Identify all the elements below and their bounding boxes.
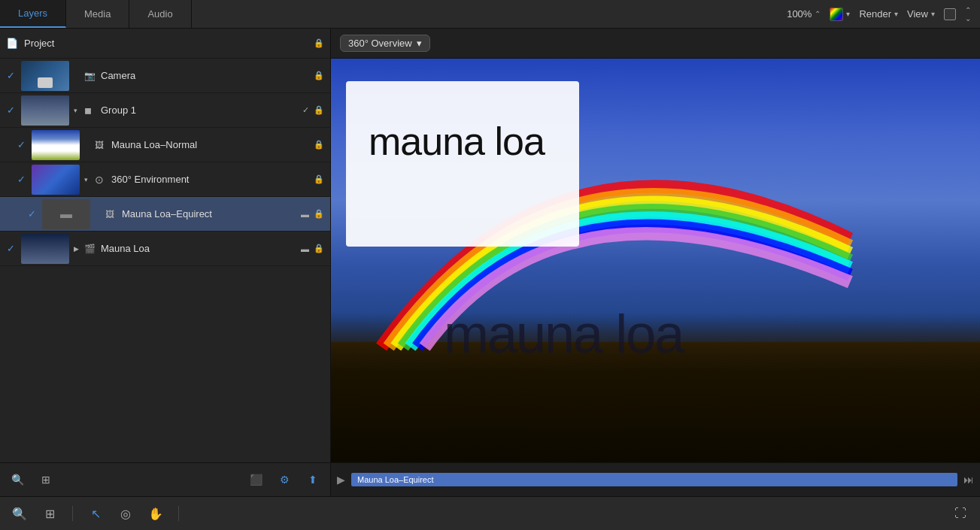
equirect-lock: 🔒 — [314, 209, 324, 219]
env-name: 360° Environment — [111, 174, 309, 185]
equirect-visibility[interactable]: ✓ — [21, 208, 42, 220]
mauna-normal-icon: 🖼 — [95, 140, 108, 150]
layer-row-equirect[interactable]: ✓ 🖼 Mauna Loa–Equirect ▬ 🔒 — [0, 197, 330, 232]
equirect-extra: ▬ — [301, 210, 309, 219]
group1-thumbnail — [21, 95, 69, 126]
equirect-icon: 🖼 — [105, 209, 119, 220]
mauna-loa-thumbnail — [21, 234, 69, 264]
canvas-area: 360° Overview ▾ — [331, 29, 980, 496]
camera-thumbnail — [21, 61, 69, 91]
timeline-track[interactable]: Mauna Loa–Equirect — [351, 473, 957, 486]
layer-row-env[interactable]: ✓ ▾ ⊙ 360° Environment 🔒 — [0, 162, 330, 197]
render-control[interactable]: Render ▾ — [859, 8, 898, 20]
display-checkbox[interactable] — [944, 8, 956, 20]
env-thumbnail — [32, 165, 80, 195]
camera-icon: 📷 — [84, 71, 98, 81]
project-lock-icon: 🔒 — [314, 38, 324, 48]
tool-separator-2 — [178, 506, 179, 521]
env-lock: 🔒 — [314, 174, 324, 184]
mauna-loa-lock: 🔒 — [314, 244, 324, 253]
group1-lock: 🔒 — [314, 105, 324, 115]
equirect-name: Mauna Loa–Equirect — [122, 208, 298, 220]
group1-visibility[interactable]: ✓ — [0, 104, 21, 116]
tab-group: Layers Media Audio — [0, 0, 192, 28]
mauna-loa-visibility[interactable]: ✓ — [0, 243, 21, 254]
group1-extra1: ✓ — [302, 105, 309, 115]
mauna-loa-extra: ▬ — [301, 244, 309, 253]
zoom-control[interactable]: 100% ⌃ — [787, 8, 821, 20]
canvas-toolbar: 360° Overview ▾ — [331, 29, 980, 59]
export-btn[interactable]: ⬆ — [305, 471, 321, 488]
view-chevron: ▾ — [931, 10, 935, 18]
mauna-loa-text-white: mauna loa — [369, 119, 545, 164]
hand-tool-btn[interactable]: ✋ — [145, 503, 166, 524]
color-swatch — [830, 8, 843, 21]
tab-media[interactable]: Media — [66, 0, 129, 28]
mauna-normal-thumbnail — [32, 130, 80, 160]
project-icon: 📄 — [6, 38, 18, 49]
env-icon: ⊙ — [95, 174, 108, 186]
top-bar: Layers Media Audio 100% ⌃ ▾ Render ▾ Vie… — [0, 0, 980, 29]
layer-row-camera[interactable]: ✓ 📷 Camera 🔒 — [0, 59, 330, 93]
layer-row-mauna-loa[interactable]: ✓ ▶ 🎬 Mauna Loa ▬ 🔒 — [0, 232, 330, 266]
layers-bottom-bar: 🔍 ⊞ ⬛ ⚙ ⬆ — [0, 462, 330, 496]
group1-icon: ◼ — [84, 105, 98, 116]
settings-btn[interactable]: ⚙ — [276, 471, 293, 488]
top-bar-controls: 100% ⌃ ▾ Render ▾ View ▾ ⌃⌄ — [787, 6, 980, 23]
display-chevron: ⌃⌄ — [965, 6, 971, 23]
view-dropdown[interactable]: 360° Overview ▾ — [340, 35, 430, 52]
mauna-normal-name: Mauna Loa–Normal — [111, 139, 309, 150]
tool-separator-1 — [72, 506, 73, 521]
group1-name: Group 1 — [101, 104, 299, 116]
timeline-end-btn[interactable]: ⏭ — [963, 474, 974, 486]
mauna-loa-icon: 🎬 — [84, 244, 98, 254]
global-bottom-bar: 🔍 ⊞ ↖ ◎ ✋ ⛶ — [0, 496, 980, 530]
mauna-normal-visibility[interactable]: ✓ — [11, 139, 32, 150]
layers-spacer — [0, 266, 330, 462]
camera-name: Camera — [101, 70, 309, 81]
equirect-thumbnail — [42, 199, 90, 229]
group1-expand[interactable]: ▾ — [74, 107, 84, 114]
tab-layers[interactable]: Layers — [0, 0, 66, 28]
tab-audio[interactable]: Audio — [129, 0, 191, 28]
expand-tool-btn[interactable]: ⛶ — [950, 503, 971, 524]
zoom-chevron: ⌃ — [815, 10, 821, 18]
color-chevron: ▾ — [846, 10, 850, 18]
timeline-track-label: Mauna Loa–Equirect — [357, 475, 434, 484]
playhead-icon[interactable]: ▶ — [337, 474, 345, 486]
canvas-viewport: mauna loa mauna loa — [331, 59, 980, 462]
layout-tool-btn[interactable]: ⊞ — [39, 503, 60, 524]
view-control[interactable]: View ▾ — [907, 8, 935, 20]
white-panel: mauna loa — [346, 81, 579, 247]
env-expand[interactable]: ▾ — [84, 176, 95, 183]
color-picker-control[interactable]: ▾ — [830, 8, 850, 21]
main-layout: 📄 Project 🔒 ✓ 📷 Camera 🔒 ✓ ▾ — [0, 29, 980, 496]
search-btn[interactable]: 🔍 — [9, 471, 26, 488]
grid-btn[interactable]: ⬛ — [247, 471, 264, 488]
layer-row-group1[interactable]: ✓ ▾ ◼ Group 1 ✓ 🔒 — [0, 93, 330, 128]
camera-visibility[interactable]: ✓ — [0, 70, 21, 81]
dropdown-arrow: ▾ — [417, 38, 422, 49]
env-visibility[interactable]: ✓ — [11, 174, 32, 185]
camera-lock: 🔒 — [314, 71, 324, 80]
cursor-tool-btn[interactable]: ↖ — [85, 503, 106, 524]
mauna-loa-expand[interactable]: ▶ — [74, 245, 84, 253]
mauna-loa-name: Mauna Loa — [101, 243, 298, 254]
layer-row-mauna-loa-normal[interactable]: ✓ 🖼 Mauna Loa–Normal 🔒 — [0, 128, 330, 162]
timeline-bar: ▶ Mauna Loa–Equirect ⏭ — [331, 462, 980, 496]
render-chevron: ▾ — [894, 10, 898, 18]
project-name: Project — [24, 38, 309, 49]
layers-panel: 📄 Project 🔒 ✓ 📷 Camera 🔒 ✓ ▾ — [0, 29, 331, 496]
rotate-tool-btn[interactable]: ◎ — [115, 503, 136, 524]
search-tool-btn[interactable]: 🔍 — [9, 503, 30, 524]
layout-btn[interactable]: ⊞ — [38, 471, 54, 488]
mauna-normal-lock: 🔒 — [314, 140, 324, 150]
project-row: 📄 Project 🔒 — [0, 29, 330, 59]
